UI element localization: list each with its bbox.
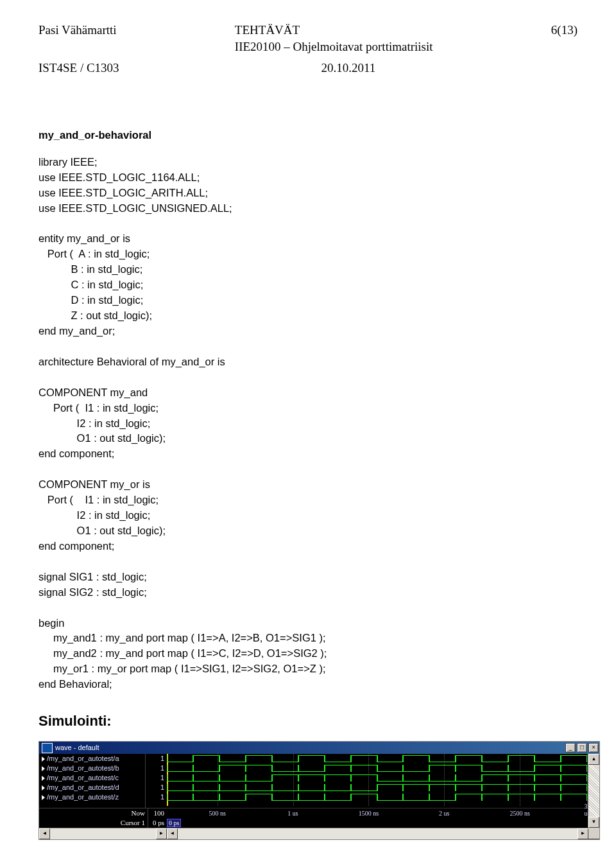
time-tick-label: 2 us <box>439 810 449 817</box>
waveform-track <box>167 754 588 764</box>
doc-subtitle: IIE20100 – Ohjelmoitavat porttimatriisit <box>235 40 433 53</box>
scroll-left-button[interactable]: ◄ <box>167 828 178 839</box>
expand-icon[interactable] <box>42 756 45 762</box>
signal-value: 1 <box>146 754 167 764</box>
signal-row[interactable]: /my_and_or_autotest/z <box>39 792 145 802</box>
time-tick-label: 500 ns <box>209 810 225 817</box>
waveform-track <box>167 783 588 792</box>
signal-value: 1 <box>146 783 167 792</box>
vertical-scrollbar[interactable]: ▲ ▼ <box>588 754 599 828</box>
expand-icon[interactable] <box>42 795 45 800</box>
minimize-button[interactable]: _ <box>565 743 576 753</box>
waveform-area[interactable]: 0 ps 500 ns1 us1500 ns2 us2500 ns3 us <box>167 754 588 828</box>
scroll-right-button[interactable]: ► <box>578 828 588 839</box>
cursor-flag: 0 ps <box>167 819 181 827</box>
expand-icon[interactable] <box>42 776 45 781</box>
waveform-track <box>167 773 588 783</box>
author: Pasi Vähämartti <box>38 23 117 37</box>
code-block: library IEEE; use IEEE.STD_LOGIC_1164.AL… <box>38 155 578 692</box>
waveform-window[interactable]: wave - default _ □ × /my_and_or_autotest… <box>38 741 600 840</box>
window-title: wave - default <box>55 742 99 754</box>
signal-value: 1 <box>146 764 167 773</box>
signal-row[interactable]: /my_and_or_autotest/d <box>39 783 145 792</box>
scroll-left-button[interactable]: ◄ <box>39 828 50 839</box>
waveform-titlebar[interactable]: wave - default _ □ × <box>39 742 599 754</box>
cursor-value: 0 ps <box>148 818 167 828</box>
simulation-heading: Simulointi: <box>38 713 578 729</box>
time-tick-label: 1500 ns <box>359 810 379 817</box>
signal-row[interactable]: /my_and_or_autotest/c <box>39 773 145 783</box>
signal-value: 1 <box>146 773 167 783</box>
doc-title: TEHTÄVÄT <box>235 23 300 37</box>
time-tick-label: 2500 ns <box>509 810 529 817</box>
scroll-down-button[interactable]: ▼ <box>588 817 599 828</box>
now-value: 100 ps <box>148 808 167 818</box>
expand-icon[interactable] <box>42 785 45 790</box>
time-tick-label: 1 us <box>287 810 298 817</box>
scroll-right-button[interactable]: ► <box>156 828 167 839</box>
close-button[interactable]: × <box>588 743 599 753</box>
doc-header: Pasi Vähämartti TEHTÄVÄT IIE20100 – Ohje… <box>38 22 578 55</box>
scroll-up-button[interactable]: ▲ <box>588 754 599 765</box>
scrollbar-corner <box>588 828 599 839</box>
doc-header-2: IST4SE / C1303 20.10.2011 <box>38 60 578 76</box>
now-label: Now <box>39 808 148 818</box>
waveform-track <box>167 764 588 773</box>
cursor-label: Cursor 1 <box>39 818 148 828</box>
signal-row[interactable]: /my_and_or_autotest/a <box>39 754 145 764</box>
app-icon <box>42 743 53 753</box>
maximize-button[interactable]: □ <box>577 743 587 753</box>
waveform-track <box>167 792 588 802</box>
signal-row[interactable]: /my_and_or_autotest/b <box>39 764 145 773</box>
time-tick-label: 3 us <box>585 803 588 817</box>
signal-values: 11111 <box>146 754 167 808</box>
h-scrollbar-right[interactable]: ◄ ► <box>167 828 588 839</box>
section-title: my_and_or-behavioral <box>38 128 578 143</box>
signal-value: 1 <box>146 792 167 802</box>
page-number: 6(13) <box>551 23 578 37</box>
expand-icon[interactable] <box>42 766 45 771</box>
doc-date: 20.10.2011 <box>321 61 375 74</box>
h-scrollbar-left[interactable]: ◄ ► <box>39 828 167 839</box>
signal-names[interactable]: /my_and_or_autotest/a/my_and_or_autotest… <box>39 754 146 808</box>
course: IST4SE / C1303 <box>38 61 119 74</box>
